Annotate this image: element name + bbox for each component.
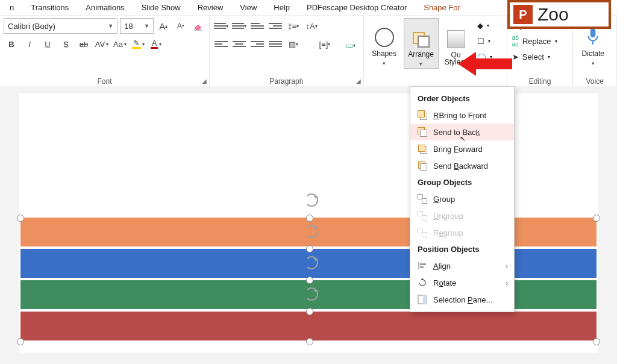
group-label-font: Font: [4, 76, 205, 86]
svg-marker-0: [195, 25, 201, 30]
group-font: Calibri (Body) ▼ 18 ▼ A▴ A▾ B I U S ab: [0, 16, 210, 87]
menu-selection-pane[interactable]: Selection Pane...: [410, 291, 514, 308]
change-case-button[interactable]: Aa▾: [112, 36, 128, 52]
decrease-indent-button[interactable]: [249, 18, 265, 34]
arrange-dropdown: Order Objects RBring to Front Send to Ba…: [410, 86, 515, 312]
menu-group[interactable]: Group: [410, 190, 514, 207]
tab-shape-format[interactable]: Shape For: [415, 1, 469, 14]
shapes-button[interactable]: Shapes ▾: [368, 18, 401, 67]
shape-bar-red[interactable]: [20, 312, 597, 340]
align-right-button[interactable]: [249, 36, 265, 52]
align-right-icon: [251, 37, 264, 51]
font-size-value: 18: [124, 22, 133, 31]
selection-handle[interactable]: [306, 338, 313, 345]
slide-canvas: [0, 86, 617, 364]
text-direction-button[interactable]: ↕A▾: [304, 18, 319, 34]
menu-rotate[interactable]: Rotate ›: [410, 274, 514, 291]
bring-forward-icon: [418, 144, 427, 154]
rotation-handle[interactable]: [305, 287, 318, 301]
group-icon: [418, 194, 427, 204]
align-left-button[interactable]: [213, 36, 229, 52]
font-size-combo[interactable]: 18 ▼: [120, 18, 154, 34]
font-name-combo[interactable]: Calibri (Body) ▼: [4, 18, 117, 34]
numbering-button[interactable]: ▾: [231, 18, 247, 34]
chevron-down-icon: ▾: [124, 42, 127, 47]
bring-to-front-icon: [418, 110, 427, 120]
decrease-font-button[interactable]: A▾: [174, 18, 189, 34]
justify-button[interactable]: [268, 36, 283, 52]
rotation-handle[interactable]: [305, 256, 318, 269]
selection-handle[interactable]: [306, 308, 313, 315]
replace-icon: abac: [512, 34, 519, 48]
tab-slideshow[interactable]: Slide Show: [133, 1, 189, 14]
selection-pane-icon: [418, 295, 427, 304]
font-color-button[interactable]: A▾: [148, 36, 164, 52]
highlight-button[interactable]: ✎▾: [130, 36, 146, 52]
align-center-button[interactable]: [231, 36, 247, 52]
svg-rect-7: [420, 266, 424, 268]
font-dialog-launcher[interactable]: ◢: [202, 78, 207, 84]
tab-animations[interactable]: Animations: [77, 1, 133, 14]
menu-bring-forward[interactable]: Bring Forward: [410, 140, 514, 157]
svg-rect-6: [420, 263, 426, 265]
line-spacing-button[interactable]: ‡≡▾: [286, 18, 301, 34]
selection-handle[interactable]: [306, 277, 313, 284]
chevron-down-icon: ▾: [159, 42, 161, 47]
selection-handle[interactable]: [17, 338, 24, 345]
arrange-button[interactable]: Arrange ▾: [404, 18, 439, 69]
regroup-icon: [418, 228, 427, 237]
select-button[interactable]: ➤Select▾: [511, 49, 569, 64]
tab-design-partial[interactable]: n: [1, 1, 22, 14]
chevron-right-icon: ›: [506, 278, 508, 287]
tab-review[interactable]: Review: [189, 1, 232, 14]
chevron-down-icon: ▾: [383, 60, 386, 66]
selection-handle[interactable]: [593, 338, 600, 345]
annotation-arrow-icon: [458, 49, 512, 79]
rotation-handle[interactable]: [305, 225, 318, 238]
selection-handle[interactable]: [306, 245, 313, 253]
menu-send-backward[interactable]: Send Backward: [410, 157, 514, 174]
text-direction-icon: ↕A: [305, 22, 315, 31]
rotation-handle[interactable]: [305, 193, 318, 207]
menu-align[interactable]: Align ›: [410, 257, 514, 274]
text-shadow-button[interactable]: S: [58, 36, 74, 52]
menu-bring-to-front[interactable]: RBring to Front: [410, 107, 514, 124]
italic-button[interactable]: I: [22, 36, 37, 52]
shape-fill-button[interactable]: ◆▾: [476, 18, 493, 33]
clear-formatting-button[interactable]: [190, 18, 205, 34]
ungroup-icon: [418, 211, 427, 221]
smartart-button[interactable]: ▭▾: [343, 37, 359, 53]
replace-button[interactable]: abacReplace▾: [511, 34, 569, 48]
strikethrough-button[interactable]: ab: [76, 36, 92, 52]
align-text-button[interactable]: [≡]▾: [317, 36, 333, 52]
group-label-paragraph: Paragraph: [213, 76, 360, 86]
shape-outline-button[interactable]: ☐▾: [476, 34, 493, 48]
bold-button[interactable]: B: [4, 36, 19, 52]
paragraph-dialog-launcher[interactable]: ◢: [356, 78, 361, 84]
group-paragraph: ▾ ▾ ‡≡▾ ↕A▾ ▥▾ [≡]▾ ▭▾ Paragraph ◢: [210, 16, 364, 87]
font-color-icon: A: [151, 40, 158, 49]
shapes-label: Shapes: [372, 49, 396, 58]
arrange-icon: [413, 32, 430, 48]
svg-rect-2: [590, 28, 596, 37]
tab-transitions[interactable]: Transitions: [22, 1, 77, 14]
columns-button[interactable]: ▥▾: [286, 36, 301, 52]
menu-regroup: Regroup: [410, 224, 514, 241]
cursor-icon: ➤: [512, 52, 519, 61]
bullets-button[interactable]: ▾: [213, 18, 229, 34]
dropdown-header-order: Order Objects: [410, 90, 514, 107]
char-spacing-button[interactable]: AV▾: [94, 36, 110, 52]
tab-help[interactable]: Help: [265, 1, 298, 14]
overlay-text: Zoo: [537, 4, 569, 25]
dictate-label: Dictate: [582, 49, 604, 58]
increase-indent-button[interactable]: [268, 18, 283, 34]
bucket-icon: ◆: [477, 21, 483, 30]
selection-handle[interactable]: [17, 215, 24, 222]
selection-handle[interactable]: [306, 215, 313, 222]
menu-send-to-back[interactable]: Send to Back ↖: [410, 124, 514, 140]
selection-handle[interactable]: [593, 215, 600, 222]
tab-view[interactable]: View: [231, 1, 265, 14]
increase-font-button[interactable]: A▴: [156, 18, 171, 34]
underline-button[interactable]: U: [40, 36, 55, 52]
tab-pdfescape[interactable]: PDFescape Desktop Creator: [298, 1, 415, 14]
